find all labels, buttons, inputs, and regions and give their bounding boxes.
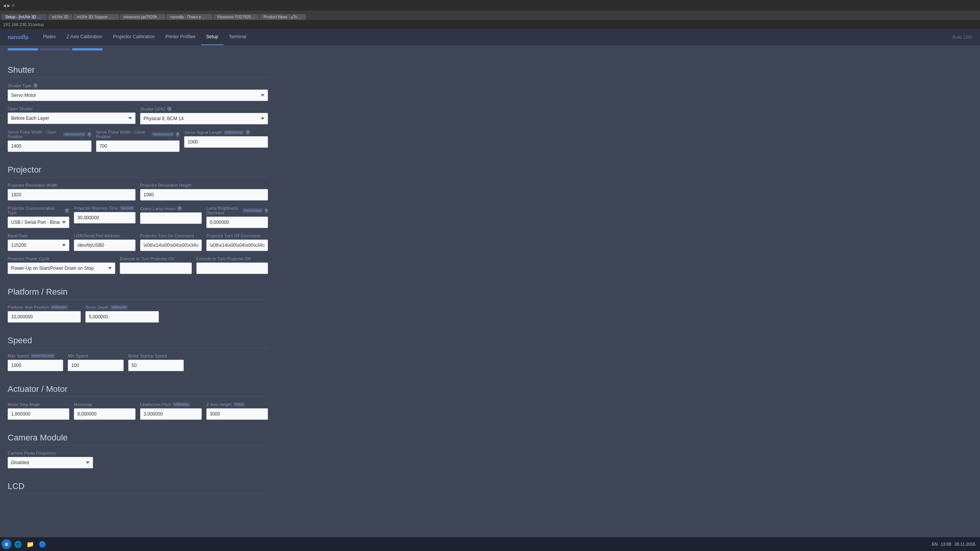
taskbar-chrome[interactable]: 🌐: [12, 538, 24, 550]
proj-comm-row: Projector Communication Type ? USB / Ser…: [8, 206, 268, 233]
proj-query-lamp-input[interactable]: [140, 212, 202, 224]
microstep-label: Microstep: [74, 402, 136, 407]
nav-printer-profiles[interactable]: Printer Profiles: [160, 29, 201, 45]
camera-freq-select[interactable]: Disabled: [8, 457, 93, 468]
proj-comm-type-group: Projector Communication Type ? USB / Ser…: [8, 206, 69, 228]
resin-depth-badge: Millimeter: [110, 305, 128, 310]
proj-res-width-col: Projector Resolution Width: [8, 183, 136, 206]
proj-warmup-group: Projector Warmup Time Second: [74, 206, 136, 223]
camera-freq-label: Camera Photo Frequency: [8, 451, 93, 455]
taskbar-folder[interactable]: 📁: [24, 538, 36, 550]
proj-res-width-group: Projector Resolution Width: [8, 183, 136, 201]
resin-depth-input[interactable]: [85, 311, 158, 323]
proj-exec-on-group: Execute to Turn Projector On: [120, 256, 191, 274]
step-angle-group: Motor Step Angle: [8, 402, 69, 420]
proj-power-cycle-group: Projector Power Cycle Power-Up on Start/…: [8, 256, 115, 274]
shutter-gpio-select[interactable]: Physical 8, BCM 14: [140, 113, 268, 124]
shutter-gpio-help-icon[interactable]: ?: [167, 106, 172, 111]
proj-res-width-input[interactable]: [8, 189, 136, 201]
proj-turn-off-label: Projector Turn Off Command: [206, 233, 268, 238]
startup-speed-input[interactable]: [128, 360, 184, 371]
taskbar-ie[interactable]: 🔵: [37, 538, 48, 550]
taskbar-date: 28.11.2016: [954, 542, 975, 546]
proj-brightness-help-icon[interactable]: ?: [265, 208, 268, 213]
resin-depth-col: Resin Depth Millimeter: [85, 305, 158, 328]
servo-open-badge: Microsecond: [63, 132, 86, 137]
zaxis-height-input[interactable]: [206, 408, 268, 420]
proj-serial-port-input[interactable]: [74, 240, 136, 251]
proj-turn-on-input[interactable]: [140, 240, 202, 251]
platform-wait-pos-input[interactable]: [8, 311, 81, 323]
servo-close-input[interactable]: [96, 140, 180, 152]
browser-tab-1[interactable]: mUVe 3D: [48, 14, 72, 20]
browser-tab-4[interactable]: nanodlp - Поиск в Goo...: [167, 14, 212, 20]
address-bar[interactable]: 192.168.230.31/setup: [0, 20, 980, 29]
open-shutter-select[interactable]: Before Each Layer: [8, 112, 136, 124]
proj-res-height-group: Projector Resolution Height: [140, 183, 268, 201]
microstep-input[interactable]: [74, 408, 136, 420]
speed-row: Max Speed Motor/Second Min Speed Motor S…: [8, 354, 268, 377]
servo-signal-input[interactable]: [184, 136, 268, 148]
proj-query-lamp-help-icon[interactable]: ?: [177, 206, 182, 211]
leadscrew-input[interactable]: [140, 408, 202, 420]
proj-comm-type-help-icon[interactable]: ?: [65, 208, 70, 213]
proj-turn-off-group: Projector Turn Off Command: [206, 233, 268, 251]
actuator-row: Motor Step Angle Microstep Leadscrew Pit…: [8, 402, 268, 425]
browser-tab-5[interactable]: Viewsonic PJD7820HD ...: [213, 14, 259, 20]
proj-brightness-input[interactable]: [206, 217, 268, 228]
servo-close-group: Servo Pulse Width - Close Position Micro…: [96, 130, 180, 152]
nav-terminal[interactable]: Terminal: [224, 29, 252, 45]
main-nav: nanodlp Plates Z Axis Calibration Projec…: [0, 29, 980, 45]
proj-power-cycle-select[interactable]: Power-Up on Start/Power-Down on Stop: [8, 262, 115, 274]
step-angle-input[interactable]: [8, 408, 69, 420]
nav-brand[interactable]: nanodlp: [8, 34, 28, 40]
proj-power-cycle-col: Projector Power Cycle Power-Up on Start/…: [8, 256, 115, 279]
proj-exec-on-input[interactable]: [120, 262, 191, 274]
shutter-type-help-icon[interactable]: ?: [33, 83, 38, 88]
address-text: 192.168.230.31/setup: [3, 22, 44, 27]
max-speed-badge: Motor/Second: [31, 354, 55, 358]
proj-serial-port-col: USB/Serial Port Address: [74, 233, 136, 256]
zaxis-height-group: Z-Axis Height Pulse: [206, 402, 268, 420]
nav-setup[interactable]: Setup: [201, 29, 224, 45]
browser-tab-2[interactable]: mUVe 3D Support Grou...: [73, 14, 119, 20]
proj-res-height-col: Projector Resolution Height: [140, 183, 268, 206]
proj-query-lamp-label: Query Lamp Hours ?: [140, 206, 202, 211]
leadscrew-label: Leadscrew Pitch Millimeter: [140, 402, 202, 407]
shutter-gpio-label: Shutter GPIO ?: [140, 106, 268, 111]
nav-plates[interactable]: Plates: [38, 29, 61, 45]
browser-tab-3[interactable]: viewsonic pjd7820hd b...: [120, 14, 166, 20]
platform-section-title: Platform / Resin: [8, 287, 268, 300]
nav-projector-cal[interactable]: Projector Calibration: [108, 29, 160, 45]
proj-baud-select[interactable]: 115200: [8, 240, 69, 251]
servo-signal-label: Servo Signal Length Millisecond ?: [184, 130, 268, 135]
proj-res-height-input[interactable]: [140, 189, 268, 201]
proj-comm-type-select[interactable]: USB / Serial Port - Binary: [8, 217, 69, 228]
main-content: Shutter Shutter Type ? Servo Motor Open …: [0, 54, 276, 515]
shutter-type-select[interactable]: Servo Motor: [8, 90, 268, 101]
browser-tab-active[interactable]: Setup - [mUVe 3D DLP]: [2, 14, 47, 20]
min-speed-input[interactable]: [68, 360, 123, 371]
min-speed-group: Min Speed: [68, 354, 123, 371]
resin-depth-label: Resin Depth Millimeter: [85, 305, 158, 310]
taskbar-lang: EN: [932, 542, 938, 546]
browser-controls: ◀ ▶ ↺: [3, 3, 15, 8]
taskbar-start[interactable]: ⊞: [2, 539, 11, 549]
proj-warmup-input[interactable]: [74, 212, 136, 223]
svg-text:⊞: ⊞: [5, 542, 8, 546]
max-speed-group: Max Speed Motor/Second: [8, 354, 63, 371]
servo-open-input[interactable]: [8, 140, 91, 152]
proj-turn-off-input[interactable]: [206, 240, 268, 251]
servo-close-help-icon[interactable]: ?: [176, 132, 180, 137]
max-speed-input[interactable]: [8, 360, 63, 371]
proj-exec-off-input[interactable]: [196, 262, 268, 274]
servo-signal-help-icon[interactable]: ?: [245, 130, 250, 135]
build-number: Build 1282: [952, 35, 972, 39]
proj-brightness-badge: Percentage: [242, 208, 263, 213]
max-speed-col: Max Speed Motor/Second: [8, 354, 63, 377]
servo-open-help-icon[interactable]: ?: [87, 132, 91, 137]
shutter-type-label: Shutter Type ?: [8, 83, 268, 88]
proj-power-cycle-label: Projector Power Cycle: [8, 256, 115, 261]
nav-z-axis[interactable]: Z Axis Calibration: [61, 29, 108, 45]
browser-tab-6[interactable]: Product News - µTorr...: [260, 14, 306, 20]
